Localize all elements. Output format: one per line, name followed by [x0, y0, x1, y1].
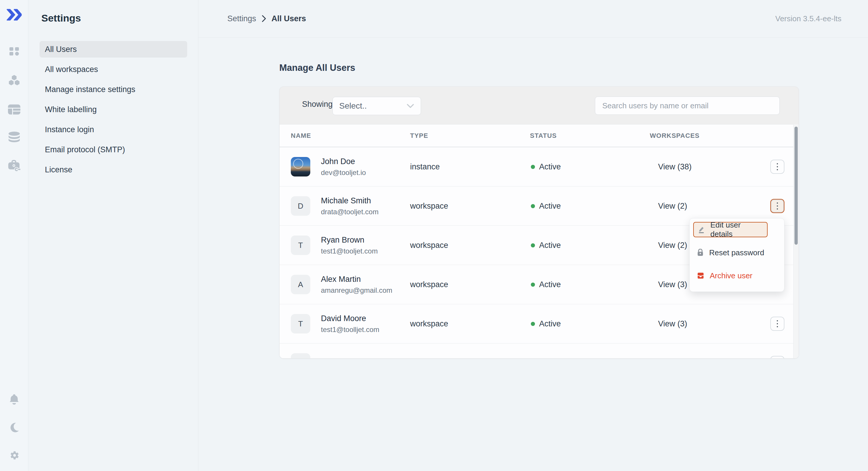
database-icon[interactable]	[8, 131, 21, 143]
user-name: Thomas Anderson	[321, 357, 385, 359]
menu-item-reset-password[interactable]: Reset password	[693, 245, 781, 260]
top-bar: Settings All Users Version 3.5.4-ee-lts	[198, 0, 868, 37]
user-name: Ryan Brown	[321, 236, 378, 245]
lock-icon	[697, 249, 704, 256]
main-area: Settings All Users Version 3.5.4-ee-lts …	[198, 0, 868, 471]
settings-nav: All Users All workspaces Manage instance…	[39, 41, 187, 182]
row-actions-button[interactable]	[770, 160, 784, 174]
select-value: Select..	[339, 101, 367, 111]
workspaces-view-link[interactable]: View (2)	[658, 241, 687, 250]
avatar: D	[291, 196, 310, 216]
scrollbar-thumb[interactable]	[795, 127, 798, 245]
user-type: workspace	[410, 201, 448, 211]
menu-item-edit-user[interactable]: Edit user details	[693, 222, 768, 237]
status-dot-icon	[531, 165, 535, 169]
table-header: NAME TYPE STATUS WORKSPACES	[280, 125, 799, 147]
tooljet-logo-icon[interactable]	[6, 8, 22, 21]
showing-select[interactable]: Select..	[333, 97, 421, 115]
user-email: amanregu@gmail.com	[321, 286, 392, 294]
panel-title: Settings	[41, 12, 81, 24]
scrollbar-track[interactable]	[793, 124, 799, 358]
avatar: T	[291, 236, 310, 255]
layout-icon[interactable]	[8, 104, 21, 115]
row-actions-menu: Edit user details Reset password	[689, 218, 784, 292]
user-type: instance	[410, 162, 440, 171]
breadcrumb-parent[interactable]: Settings	[227, 14, 256, 23]
archive-icon	[697, 272, 705, 280]
status-dot-icon	[531, 204, 535, 208]
user-status: Active	[531, 162, 561, 171]
table-row: Thomas Anderson	[280, 344, 799, 358]
breadcrumb: Settings All Users	[227, 14, 306, 23]
version-label: Version 3.5.4-ee-lts	[775, 14, 841, 23]
column-header-workspaces: WORKSPACES	[650, 132, 700, 139]
status-dot-icon	[531, 322, 535, 326]
workspaces-view-link[interactable]: View (3)	[658, 319, 687, 328]
settings-panel: Settings All Users All workspaces Manage…	[28, 0, 198, 471]
apps-icon[interactable]	[8, 45, 20, 57]
settings-gear-icon[interactable]	[8, 450, 20, 461]
sidebar-item-all-users[interactable]: All Users	[39, 41, 187, 58]
breadcrumb-current: All Users	[272, 14, 306, 23]
user-type: workspace	[410, 280, 448, 289]
user-status: Active	[531, 280, 561, 289]
user-status: Active	[531, 201, 561, 211]
avatar	[291, 157, 310, 177]
user-name: John Doe	[321, 157, 366, 166]
user-type: workspace	[410, 241, 448, 250]
table-row: T David Moore test1@toolljet.com workspa…	[280, 304, 799, 344]
menu-item-archive-user[interactable]: Archive user	[693, 268, 781, 283]
page-title: Manage All Users	[279, 63, 355, 73]
column-header-type: TYPE	[410, 132, 428, 139]
search-input[interactable]	[595, 96, 780, 115]
showing-label: Showing	[302, 100, 333, 109]
workspaces-view-link[interactable]: View (2)	[658, 201, 687, 211]
avatar: A	[291, 275, 310, 294]
sidebar-item-instance-login[interactable]: Instance login	[39, 121, 187, 138]
sidebar-item-white-labelling[interactable]: White labelling	[39, 101, 187, 118]
user-email: test1@tooljet.com	[321, 247, 378, 255]
user-name: Alex Martin	[321, 275, 392, 284]
user-type: workspace	[410, 319, 448, 328]
sidebar-item-manage-instance-settings[interactable]: Manage instance settings	[39, 81, 187, 98]
chevron-right-icon	[261, 15, 266, 23]
user-status: Active	[531, 319, 561, 328]
avatar: T	[291, 314, 310, 334]
icon-rail	[0, 0, 28, 471]
chevron-down-icon	[407, 103, 414, 108]
pencil-icon	[698, 226, 705, 233]
row-actions-button[interactable]	[770, 317, 784, 331]
user-email: drata@tooljet.com	[321, 208, 378, 216]
table-row: John Doe dev@tooljet.io instance Active …	[280, 147, 799, 187]
user-email: dev@tooljet.io	[321, 168, 366, 177]
column-header-name: NAME	[291, 132, 311, 139]
sidebar-item-license[interactable]: License	[39, 161, 187, 178]
sidebar-item-all-workspaces[interactable]: All workspaces	[39, 61, 187, 77]
avatar	[291, 353, 310, 358]
column-header-status: STATUS	[530, 132, 557, 139]
workspaces-view-link[interactable]: View (3)	[658, 280, 687, 289]
user-name: Michale Smith	[321, 196, 378, 206]
status-dot-icon	[531, 243, 535, 247]
workflows-icon[interactable]	[8, 74, 20, 86]
marketplace-icon[interactable]	[7, 160, 21, 172]
users-card: Showing Select.. NAME TYPE STATUS WORKSP…	[279, 87, 799, 358]
status-dot-icon	[531, 282, 535, 287]
row-actions-button[interactable]	[770, 356, 784, 358]
user-status: Active	[531, 241, 561, 250]
user-name: David Moore	[321, 314, 379, 323]
dark-mode-moon-icon[interactable]	[9, 422, 20, 433]
notifications-bell-icon[interactable]	[8, 394, 20, 406]
user-email: test1@toolljet.com	[321, 325, 379, 334]
workspaces-view-link[interactable]: View (38)	[658, 162, 692, 171]
row-actions-button-active[interactable]	[770, 199, 784, 213]
sidebar-item-email-protocol[interactable]: Email protocol (SMTP)	[39, 142, 187, 158]
